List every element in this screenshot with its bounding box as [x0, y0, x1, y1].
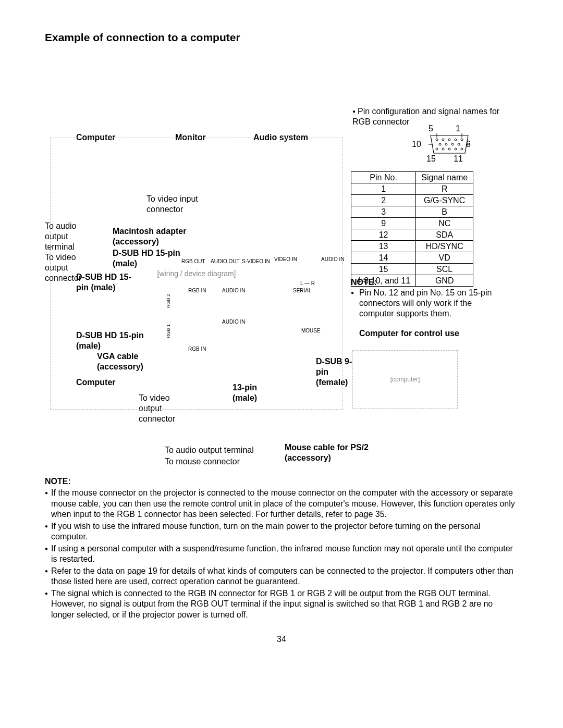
th-signal-name: Signal name — [416, 172, 473, 183]
svg-point-3 — [455, 139, 457, 141]
notes-head: NOTE: — [45, 476, 518, 487]
lbl-mouse-cable: Mouse cable for PS/2 (accessory) — [285, 442, 378, 463]
pin-num-5: 5 — [429, 124, 433, 133]
note-item: ●If you wish to use the infrared mouse f… — [45, 521, 518, 542]
note-item: ●If using a personal computer with a sus… — [45, 544, 518, 565]
note-text: If the mouse connector on the projector … — [51, 488, 518, 520]
note-item: ●The signal which is connected to the RG… — [45, 588, 518, 620]
table-row: 12SDA — [351, 229, 473, 241]
pin-config-heading-text: Pin configuration and signal names for R… — [352, 107, 499, 126]
svg-point-12 — [448, 148, 450, 150]
table-row: 15SCL — [351, 264, 473, 275]
pin-num-11: 11 — [454, 154, 463, 164]
note-text: The signal which is connected to the RGB… — [51, 588, 518, 620]
svg-point-2 — [448, 139, 450, 141]
pin-config-heading: Pin configuration and signal names for R… — [352, 106, 514, 127]
computer-control-label: Computer for control use — [359, 328, 459, 339]
page-number: 34 — [45, 635, 518, 644]
rgb-connector-icon: 5 1 10 6 15 11 — [410, 126, 483, 163]
note-text: If you wish to use the infrared mouse fu… — [51, 521, 518, 542]
svg-point-9 — [433, 143, 435, 145]
notes-section: NOTE: ●If the mouse connector on the pro… — [45, 476, 518, 620]
svg-point-7 — [451, 143, 454, 145]
svg-point-11 — [442, 148, 444, 150]
pin-num-6: 6 — [466, 140, 471, 149]
table-row: 13HD/SYNC — [351, 241, 473, 252]
svg-point-0 — [436, 139, 438, 141]
pin-num-1: 1 — [456, 124, 460, 133]
table-row: 3B — [351, 206, 473, 218]
svg-point-14 — [461, 148, 463, 150]
pin-note-block: NOTE: Pin No. 12 and pin No. 15 on 15-pi… — [351, 277, 507, 319]
th-pin-no: Pin No. — [351, 172, 416, 183]
table-row: 1R — [351, 183, 473, 195]
table-row: 9NC — [351, 218, 473, 229]
svg-point-6 — [445, 143, 447, 145]
table-header-row: Pin No. Signal name — [351, 172, 473, 183]
wiring-diagram-image: [wiring / device diagram] — [50, 138, 343, 410]
svg-point-10 — [436, 148, 438, 150]
lbl-to-mouse: To mouse connector — [165, 456, 240, 467]
table-row: 2G/G-SYNC — [351, 195, 473, 206]
pin-note-text: Pin No. 12 and pin No. 15 on 15-pin conn… — [359, 288, 507, 319]
lbl-to-audio-out2: To audio output terminal — [165, 445, 254, 455]
svg-point-1 — [442, 139, 444, 141]
svg-point-13 — [455, 148, 457, 150]
note-item: ●Refer to the data on page 19 for detail… — [45, 566, 518, 587]
computer-control-illustration: [computer] — [352, 350, 458, 409]
page-title: Example of connection to a computer — [45, 31, 518, 44]
svg-point-8 — [458, 143, 460, 145]
svg-point-4 — [461, 139, 463, 141]
note-text: If using a personal computer with a susp… — [51, 544, 518, 565]
pin-note-head: NOTE: — [351, 277, 507, 288]
connection-diagram: Pin configuration and signal names for R… — [45, 65, 518, 445]
pin-num-10: 10 — [412, 140, 421, 149]
pin-signal-table: Pin No. Signal name 1R 2G/G-SYNC 3B 9NC … — [351, 171, 473, 287]
table-row: 14VD — [351, 252, 473, 264]
svg-point-5 — [439, 143, 441, 145]
note-item: ●If the mouse connector on the projector… — [45, 488, 518, 520]
note-text: Refer to the data on page 19 for details… — [51, 566, 518, 587]
pin-num-15: 15 — [426, 154, 436, 164]
